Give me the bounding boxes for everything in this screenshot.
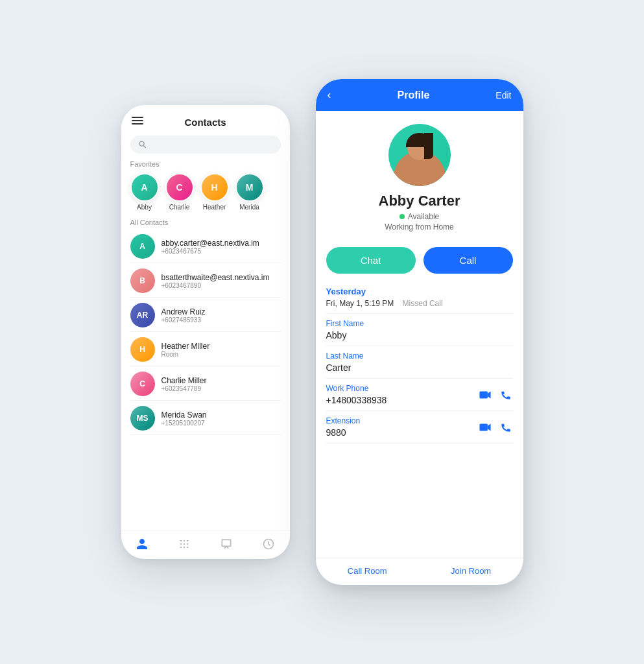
favorites-row: A Abby C Charlie H Heather <box>130 173 281 211</box>
hamburger-menu[interactable] <box>132 117 143 124</box>
video-call-icon-ext[interactable] <box>478 420 492 434</box>
messages-tab[interactable] <box>219 537 233 551</box>
profile-info-section: Yesterday Fri, May 1, 5:19 PM Missed Cal… <box>316 281 523 558</box>
work-phone-label: Work Phone <box>326 384 387 393</box>
svg-point-2 <box>180 540 182 542</box>
favorite-heather[interactable]: H Heather <box>200 173 229 211</box>
search-icon <box>138 140 147 149</box>
profile-avatar-section: Abby Carter Available Working from Home <box>316 111 523 241</box>
last-name-value: Carter <box>326 362 513 373</box>
action-buttons: Chat Call <box>326 247 513 274</box>
favorite-avatar-merida: M <box>235 173 264 202</box>
call-room-button[interactable]: Call Room <box>348 566 387 576</box>
field-first-name: First Name Abby <box>326 314 513 346</box>
first-name-value: Abby <box>326 330 513 340</box>
contact-name: abby.carter@east.nextiva.im <box>161 239 281 248</box>
contacts-tab[interactable] <box>135 537 149 551</box>
left-phone-footer <box>121 530 290 559</box>
history-datetime: Fri, May 1, 5:19 PM <box>326 299 394 308</box>
profile-status-row: Available <box>400 212 439 221</box>
work-phone-value: +14800338938 <box>326 395 387 405</box>
contact-name: Merida Swan <box>161 410 281 420</box>
all-contacts-label: All Contacts <box>121 219 290 226</box>
call-button[interactable]: Call <box>423 247 513 274</box>
svg-rect-12 <box>479 391 487 398</box>
svg-point-10 <box>187 547 189 549</box>
contact-avatar: B <box>130 268 155 293</box>
join-room-button[interactable]: Join Room <box>451 566 491 576</box>
right-phone: ‹ Profile Edit Abby Carter Av <box>316 79 523 585</box>
profile-footer: Call Room Join Room <box>316 558 523 585</box>
contact-name: Heather Miller <box>161 342 281 351</box>
contact-name: bsatterthwaite@east.nextiva.im <box>161 273 281 282</box>
last-name-label: Last Name <box>326 351 513 361</box>
history-sub-line: Fri, May 1, 5:19 PM Missed Call <box>326 299 513 314</box>
contact-detail: +6027485933 <box>161 316 281 324</box>
svg-point-3 <box>184 540 185 542</box>
video-call-icon[interactable] <box>478 388 492 402</box>
favorites-section: Favorites A Abby C Charlie H <box>121 160 290 219</box>
extension-value: 9880 <box>326 427 361 438</box>
status-text: Available <box>408 212 439 221</box>
contact-detail: +6023547789 <box>161 385 281 392</box>
contact-info: Merida Swan +15205100207 <box>161 410 281 427</box>
profile-header-title: Profile <box>398 89 430 101</box>
favorite-abby[interactable]: A Abby <box>130 173 159 211</box>
contact-avatar: C <box>130 372 155 396</box>
svg-rect-13 <box>479 423 487 431</box>
contact-detail: +6023467890 <box>161 282 281 289</box>
svg-point-0 <box>139 141 144 146</box>
edit-button[interactable]: Edit <box>495 90 511 101</box>
list-item[interactable]: AR Andrew Ruiz +6027485933 <box>130 299 281 332</box>
favorite-charlie[interactable]: C Charlie <box>165 173 194 211</box>
keypad-tab[interactable] <box>177 537 191 551</box>
history-tab[interactable] <box>261 537 276 551</box>
svg-point-7 <box>187 543 189 545</box>
favorite-name-merida: Merida <box>239 204 259 211</box>
profile-name: Abby Carter <box>379 193 460 209</box>
contact-avatar: A <box>130 234 155 259</box>
phone-call-icon-ext[interactable] <box>499 420 513 434</box>
contact-avatar: AR <box>130 303 155 327</box>
contact-detail: Room <box>161 351 281 358</box>
list-item[interactable]: B bsatterthwaite@east.nextiva.im +602346… <box>130 265 281 298</box>
work-phone-actions <box>478 388 513 402</box>
profile-body: Abby Carter Available Working from Home … <box>316 111 523 585</box>
contact-info: Heather Miller Room <box>161 342 281 358</box>
favorites-label: Favorites <box>130 160 281 168</box>
missed-call-label: Missed Call <box>403 299 443 308</box>
field-extension: Extension 9880 <box>326 411 513 444</box>
work-phone-left: Work Phone +14800338938 <box>326 384 387 405</box>
back-button[interactable]: ‹ <box>328 88 331 102</box>
first-name-label: First Name <box>326 319 513 328</box>
left-phone-header: Contacts <box>121 105 290 133</box>
list-item[interactable]: C Charlie Miller +6023547789 <box>130 368 281 401</box>
contact-name: Andrew Ruiz <box>161 307 281 316</box>
favorite-name-heather: Heather <box>203 204 226 211</box>
favorite-avatar-abby: A <box>130 173 159 202</box>
extension-left: Extension 9880 <box>326 416 361 438</box>
profile-avatar <box>388 124 451 186</box>
profile-header: ‹ Profile Edit <box>316 79 523 111</box>
svg-point-6 <box>184 543 185 545</box>
phone-call-icon[interactable] <box>499 388 513 402</box>
favorite-avatar-charlie: C <box>165 173 194 202</box>
list-item[interactable]: MS Merida Swan +15205100207 <box>130 402 281 435</box>
chat-button[interactable]: Chat <box>326 247 416 274</box>
extension-label: Extension <box>326 416 361 425</box>
svg-line-1 <box>143 145 146 148</box>
search-bar[interactable] <box>130 136 281 154</box>
status-indicator <box>400 214 405 219</box>
contact-info: Charlie Miller +6023547789 <box>161 376 281 392</box>
contacts-title: Contacts <box>184 117 226 128</box>
contact-detail: +6023467675 <box>161 248 281 255</box>
list-item[interactable]: A abby.carter@east.nextiva.im +602346767… <box>130 230 281 263</box>
favorite-avatar-heather: H <box>200 173 229 202</box>
favorite-name-charlie: Charlie <box>169 204 190 211</box>
favorite-merida[interactable]: M Merida <box>235 173 264 211</box>
field-work-phone: Work Phone +14800338938 <box>326 379 513 411</box>
list-item[interactable]: H Heather Miller Room <box>130 333 281 366</box>
contact-avatar: MS <box>130 406 155 431</box>
history-date-label: Yesterday <box>326 281 513 299</box>
svg-point-4 <box>187 540 189 542</box>
